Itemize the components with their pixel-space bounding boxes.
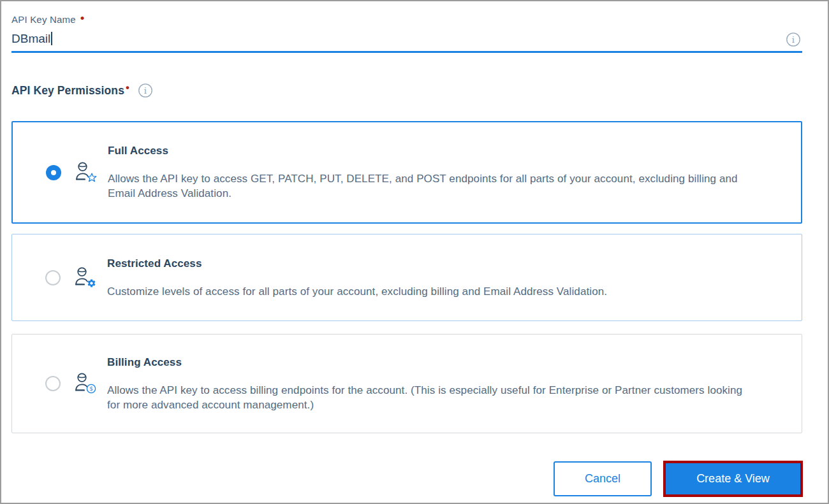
api-key-permissions-heading: API Key Permissions• i: [11, 83, 802, 98]
radio-column: [45, 376, 61, 391]
radio-restricted-access[interactable]: [45, 270, 61, 285]
star-badge-icon: [87, 173, 97, 185]
info-icon[interactable]: i: [786, 32, 801, 47]
permission-option-billing-access[interactable]: $ Billing Access Allows the API key to a…: [11, 334, 802, 433]
option-title: Restricted Access: [107, 257, 607, 270]
svg-text:i: i: [144, 85, 147, 96]
radio-full-access[interactable]: [46, 165, 61, 180]
option-text: Full Access Allows the API key to access…: [108, 144, 796, 201]
option-title: Full Access: [108, 144, 752, 157]
person-star-icon: [72, 161, 96, 185]
option-description: Allows the API key to access billing end…: [107, 383, 751, 412]
gear-badge-icon: [87, 278, 96, 291]
api-key-name-label: API Key Name•: [11, 14, 802, 25]
permissions-heading-text: API Key Permissions: [11, 84, 124, 97]
create-view-button[interactable]: Create & View: [666, 463, 800, 494]
radio-billing-access[interactable]: [45, 376, 61, 391]
radio-column: [45, 270, 61, 285]
form-actions: Cancel Create & View: [1, 461, 803, 497]
option-title: Billing Access: [107, 356, 751, 369]
person-dollar-icon: $: [71, 371, 95, 396]
info-icon[interactable]: i: [138, 83, 153, 98]
svg-text:$: $: [89, 385, 93, 392]
api-key-name-label-text: API Key Name: [11, 14, 76, 25]
svg-text:i: i: [792, 34, 795, 45]
option-text: Restricted Access Customize levels of ac…: [107, 257, 652, 299]
required-dot: •: [80, 11, 85, 25]
api-key-name-value: DBmail: [11, 32, 50, 46]
person-gear-icon: [71, 266, 95, 290]
text-caret: [51, 32, 52, 45]
api-key-name-field: API Key Name• DBmail i: [11, 14, 802, 53]
create-api-key-form: API Key Name• DBmail i API Key Permissio…: [0, 0, 829, 504]
permission-option-full-access[interactable]: Full Access Allows the API key to access…: [11, 121, 802, 224]
option-description: Customize levels of access for all parts…: [107, 284, 607, 299]
annotation-highlight: Create & View: [663, 461, 803, 497]
cancel-button[interactable]: Cancel: [554, 461, 652, 496]
option-description: Allows the API key to access GET, PATCH,…: [108, 171, 752, 201]
radio-column: [46, 165, 61, 180]
permission-option-restricted-access[interactable]: Restricted Access Customize levels of ac…: [11, 234, 802, 321]
option-text: Billing Access Allows the API key to acc…: [107, 356, 796, 412]
api-key-name-input[interactable]: DBmail: [11, 31, 802, 53]
dollar-badge-icon: $: [86, 384, 96, 396]
